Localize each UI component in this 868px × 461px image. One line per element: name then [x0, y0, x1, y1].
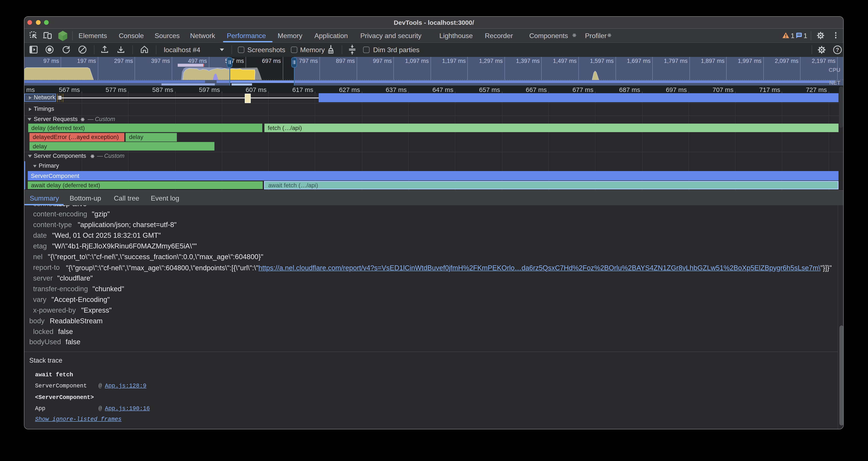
svg-text:?: ?: [836, 47, 839, 53]
